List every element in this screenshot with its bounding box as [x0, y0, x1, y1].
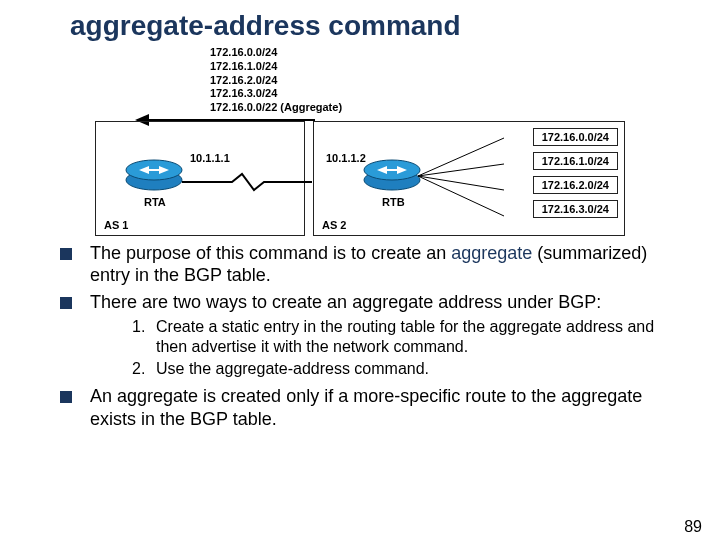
- page-number: 89: [684, 518, 702, 536]
- bullet-item: The purpose of this command is to create…: [60, 242, 660, 287]
- svg-line-9: [418, 176, 504, 216]
- link-lines-icon: [418, 136, 508, 222]
- numbered-item: 2. Use the aggregate-address command.: [132, 359, 660, 379]
- route-entry: 172.16.0.0/22 (Aggregate): [210, 101, 625, 115]
- route-entry: 172.16.3.0/24: [210, 87, 625, 101]
- bullet-accent: aggregate: [451, 243, 532, 263]
- router-icon: [124, 156, 184, 194]
- as1-panel: RTA 10.1.1.1 AS 1: [95, 121, 305, 236]
- as2-panel: RTB 10.1.1.2 AS 2 172.16.0.0/24 172.16.1…: [313, 121, 625, 236]
- route-entry: 172.16.2.0/24: [533, 176, 618, 194]
- route-table: 172.16.0.0/24 172.16.1.0/24 172.16.2.0/2…: [533, 128, 618, 224]
- router-icon: [362, 156, 422, 194]
- route-entry: 172.16.0.0/24: [210, 46, 625, 60]
- bullet-text: An aggregate is created only if a more-s…: [90, 385, 660, 430]
- as2-label: AS 2: [322, 219, 346, 231]
- wan-link-icon: [182, 172, 312, 192]
- advertised-routes: 172.16.0.0/24 172.16.1.0/24 172.16.2.0/2…: [210, 46, 625, 115]
- bullet-icon: [60, 391, 72, 403]
- svg-line-8: [418, 176, 504, 190]
- router-a-label: RTA: [144, 196, 166, 208]
- route-entry: 172.16.1.0/24: [533, 152, 618, 170]
- list-number: 1.: [132, 317, 156, 357]
- bullet-text: There are two ways to create an aggregat…: [90, 291, 660, 314]
- bullet-icon: [60, 297, 72, 309]
- page-title: aggregate-address command: [70, 10, 720, 42]
- bullet-text: The purpose of this command is to create…: [90, 243, 451, 263]
- rtb-ip: 10.1.1.2: [326, 152, 366, 164]
- list-number: 2.: [132, 359, 156, 379]
- router-b-label: RTB: [382, 196, 405, 208]
- numbered-item: 1. Create a static entry in the routing …: [132, 317, 660, 357]
- bullet-icon: [60, 248, 72, 260]
- network-diagram: 172.16.0.0/24 172.16.1.0/24 172.16.2.0/2…: [95, 46, 625, 236]
- bullet-item: An aggregate is created only if a more-s…: [60, 385, 660, 430]
- numbered-text: Use the aggregate-address command.: [156, 359, 429, 379]
- route-entry: 172.16.2.0/24: [210, 74, 625, 88]
- rta-ip: 10.1.1.1: [190, 152, 230, 164]
- route-entry: 172.16.0.0/24: [533, 128, 618, 146]
- as1-label: AS 1: [104, 219, 128, 231]
- bullet-item: There are two ways to create an aggregat…: [60, 291, 660, 314]
- numbered-text: Create a static entry in the routing tab…: [156, 317, 660, 357]
- route-entry: 172.16.3.0/24: [533, 200, 618, 218]
- route-entry: 172.16.1.0/24: [210, 60, 625, 74]
